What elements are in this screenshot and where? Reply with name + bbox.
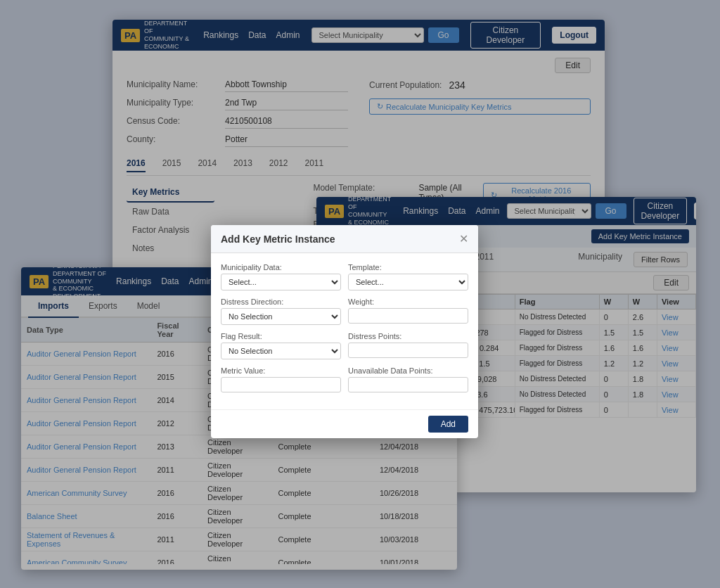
distress-points-input[interactable] bbox=[348, 343, 468, 358]
distress-direction-label: Distress Direction: bbox=[221, 298, 341, 306]
distress-points-field: Distress Points: bbox=[348, 332, 468, 359]
modal-row-1: Municipality Data: Select... Template: S… bbox=[221, 263, 468, 290]
weight-input[interactable] bbox=[348, 308, 468, 324]
metric-value-input[interactable] bbox=[221, 377, 341, 392]
unavailable-data-field: Unavailable Data Points: bbox=[348, 366, 468, 392]
flag-result-label: Flag Result: bbox=[221, 332, 341, 340]
weight-field: Weight: bbox=[348, 298, 468, 325]
municipality-data-select[interactable]: Select... bbox=[221, 274, 341, 290]
weight-label: Weight: bbox=[348, 298, 468, 306]
modal-body: Municipality Data: Select... Template: S… bbox=[211, 253, 478, 409]
template-label: Template: bbox=[348, 263, 468, 271]
modal-header: Add Key Metric Instance ✕ bbox=[211, 225, 478, 253]
modal-row-2: Distress Direction: No Selection Weight: bbox=[221, 298, 468, 325]
flag-result-select[interactable]: No Selection bbox=[221, 343, 341, 359]
modal-title: Add Key Metric Instance bbox=[221, 234, 335, 245]
modal-add-button[interactable]: Add bbox=[428, 416, 468, 433]
metric-value-label: Metric Value: bbox=[221, 366, 341, 375]
template-field: Template: Select... bbox=[348, 263, 468, 290]
municipality-data-field: Municipality Data: Select... bbox=[221, 263, 341, 290]
metric-value-field: Metric Value: bbox=[221, 366, 341, 392]
distress-direction-field: Distress Direction: No Selection bbox=[221, 298, 341, 325]
municipality-data-label: Municipality Data: bbox=[221, 263, 341, 271]
modal-row-4: Metric Value: Unavailable Data Points: bbox=[221, 366, 468, 392]
unavailable-data-label: Unavailable Data Points: bbox=[348, 366, 468, 375]
template-select[interactable]: Select... bbox=[348, 274, 468, 290]
distress-points-label: Distress Points: bbox=[348, 332, 468, 340]
unavailable-data-input[interactable] bbox=[348, 377, 468, 392]
flag-result-field: Flag Result: No Selection bbox=[221, 332, 341, 359]
distress-direction-select[interactable]: No Selection bbox=[221, 308, 341, 325]
modal-close-button[interactable]: ✕ bbox=[459, 232, 468, 245]
modal-row-3: Flag Result: No Selection Distress Point… bbox=[221, 332, 468, 359]
add-key-metric-modal: Add Key Metric Instance ✕ Municipality D… bbox=[211, 225, 478, 438]
modal-footer: Add bbox=[211, 409, 478, 438]
